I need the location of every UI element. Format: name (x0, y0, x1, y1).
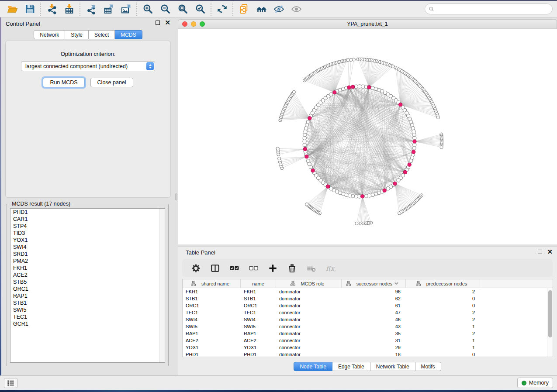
cell-successor-nodes: 29 (342, 345, 406, 350)
mcds-result-item[interactable]: STP4 (10, 223, 165, 230)
copy-document-button[interactable] (235, 3, 253, 16)
tab-network[interactable]: Network (34, 30, 65, 39)
cell-MCDS-role: connector (276, 345, 342, 350)
cell-name: TEC1 (241, 310, 276, 315)
table-scrollbar[interactable] (547, 288, 553, 357)
mcds-result-item[interactable]: PHD1 (10, 209, 165, 216)
toolbar-separator (211, 3, 211, 16)
list-scrollbar[interactable] (159, 209, 165, 362)
zoom-in-button[interactable] (139, 3, 156, 16)
table-tabs: Node TableEdge TableNetwork TableMotifs (294, 362, 441, 371)
columns-button[interactable] (208, 261, 221, 275)
eye-slash-button[interactable] (270, 3, 287, 16)
table-row[interactable]: PHD1PHD1dominator180 (183, 351, 553, 357)
close-table-panel-icon[interactable]: ✕ (547, 250, 553, 254)
plus-button[interactable] (266, 261, 279, 275)
table-row[interactable]: SWI4SWI4dominator462 (183, 316, 553, 323)
column-header-MCDS-role[interactable]: MCDS role (276, 279, 342, 288)
tab-select[interactable]: Select (89, 30, 115, 39)
open-folder-button[interactable] (3, 3, 21, 16)
cell-name: STB1 (241, 296, 276, 301)
mcds-result-item[interactable]: TID3 (10, 230, 165, 237)
table-row[interactable]: STB1STB1dominator620 (183, 295, 553, 302)
export-table-button[interactable] (100, 3, 117, 16)
select-all-button[interactable] (228, 261, 241, 275)
table-row[interactable]: ORC1ORC1dominator610 (183, 302, 553, 309)
cell-predecessor-nodes: 1 (406, 324, 480, 329)
network-view[interactable] (178, 29, 557, 244)
mcds-result-item[interactable]: SWI4 (10, 244, 165, 251)
mcds-result-item[interactable]: PMA2 (10, 258, 165, 265)
cell-predecessor-nodes: 2 (406, 289, 480, 294)
open-folder-icon (7, 3, 18, 14)
mcds-result-item[interactable]: YOX1 (10, 237, 165, 244)
memory-label: Memory (529, 380, 549, 386)
column-header-name[interactable]: name (241, 279, 276, 288)
run-mcds-button[interactable]: Run MCDS (43, 78, 84, 87)
zoom-out-button[interactable] (156, 3, 174, 16)
mcds-result-item[interactable]: STB5 (10, 279, 165, 285)
tab-edge-table[interactable]: Edge Table (332, 362, 370, 371)
float-table-panel-icon[interactable] (538, 250, 542, 254)
mcds-result-item[interactable]: SRD1 (10, 251, 165, 258)
mcds-result-item[interactable]: GCR1 (10, 320, 165, 327)
zoom-selected-button[interactable] (191, 3, 209, 16)
mcds-result-item[interactable]: STB1 (10, 299, 165, 306)
import-network-button[interactable] (43, 3, 60, 16)
tab-node-table[interactable]: Node Table (294, 362, 332, 371)
mcds-result-item[interactable]: SWI5 (10, 306, 165, 313)
mcds-result-groupbox: MCDS result (17 nodes) PHD1CAR1STP4TID3Y… (7, 204, 169, 366)
import-table-icon (64, 3, 75, 14)
tab-mcds[interactable]: MCDS (115, 30, 142, 39)
table-row[interactable]: RAP1RAP1dominator352 (183, 330, 553, 337)
table-row[interactable]: FKH1FKH1dominator962 (183, 288, 553, 295)
mcds-result-list[interactable]: PHD1CAR1STP4TID3YOX1SWI4SRD1PMA2FKH1ACE2… (10, 208, 165, 363)
eye-icon (291, 3, 302, 14)
scrollbar-thumb[interactable] (548, 290, 552, 337)
tab-style[interactable]: Style (65, 30, 89, 39)
sort-desc-icon (394, 282, 398, 285)
table-row[interactable]: TEC1TEC1connector472 (183, 309, 553, 316)
eye-button[interactable] (287, 3, 305, 16)
table-panel: Table Panel ✕ f(x) shared namenameMCDS r… (178, 247, 557, 375)
mcds-result-item[interactable]: FKH1 (10, 265, 165, 272)
trash-button[interactable] (285, 261, 298, 275)
table-row[interactable]: SWI5SWI5connector431 (183, 323, 553, 330)
column-header-shared-name[interactable]: shared name (183, 279, 241, 288)
refresh-button[interactable] (213, 3, 231, 16)
close-panel-icon[interactable]: ✕ (165, 21, 170, 25)
mcds-result-title: MCDS result (17 nodes) (10, 201, 73, 207)
mcds-result-item[interactable]: TEC1 (10, 313, 165, 320)
tab-network-table[interactable]: Network Table (370, 362, 415, 371)
zoom-fit-button[interactable] (174, 3, 191, 16)
column-header-successor-nodes[interactable]: successor nodes (342, 279, 406, 288)
table-row[interactable]: ACE2ACE2connector311 (183, 337, 553, 344)
search-field[interactable] (425, 3, 553, 14)
cell-shared-name: SWI5 (183, 324, 241, 329)
splitpane-handle[interactable] (175, 193, 177, 200)
gear-button[interactable] (189, 261, 202, 275)
cell-MCDS-role: dominator (276, 289, 342, 294)
search-input[interactable] (436, 5, 552, 14)
mcds-result-item[interactable]: ORC1 (10, 285, 165, 292)
table-header-row: shared namenameMCDS rolesuccessor nodesp… (183, 279, 553, 288)
float-panel-icon[interactable] (156, 21, 160, 25)
houses-button[interactable] (253, 3, 270, 16)
import-table-button[interactable] (60, 3, 78, 16)
mcds-result-item[interactable]: ACE2 (10, 272, 165, 279)
tab-motifs[interactable]: Motifs (415, 362, 441, 371)
close-panel-button[interactable]: Close panel (90, 78, 133, 87)
column-header-predecessor-nodes[interactable]: predecessor nodes (406, 279, 480, 288)
export-network-button[interactable] (82, 3, 100, 16)
network-window-titlebar[interactable]: YPA_prune.txt_1 (178, 19, 557, 29)
memory-button[interactable]: Memory (517, 378, 553, 388)
table-row[interactable]: YOX1YOX1connector291 (183, 344, 553, 351)
mcds-result-item[interactable]: RAP1 (10, 292, 165, 299)
mcds-result-item[interactable]: CAR1 (10, 216, 165, 223)
task-history-button[interactable] (4, 378, 17, 388)
save-button[interactable] (21, 3, 38, 16)
export-image-button[interactable] (117, 3, 135, 16)
clear-selection-button[interactable] (247, 261, 260, 275)
optimization-criterion-dropdown[interactable]: largest connected component (undirected) (21, 61, 155, 71)
cell-successor-nodes: 35 (342, 331, 406, 336)
